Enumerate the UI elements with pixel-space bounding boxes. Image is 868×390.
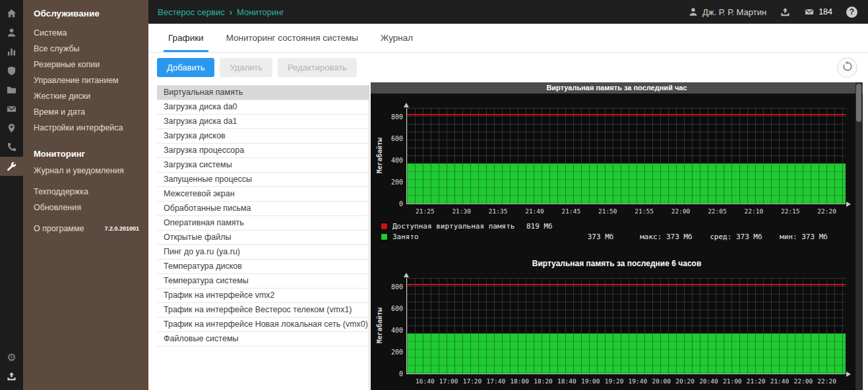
settings-gear-icon[interactable]: ⚙ bbox=[0, 348, 23, 367]
legend-values: 819 Мб bbox=[526, 222, 553, 231]
chart-title: Виртуальная память за последние 6 часов bbox=[371, 259, 863, 268]
graph-list-item[interactable]: Виртуальная память bbox=[157, 86, 369, 100]
mail-count: 184 bbox=[819, 7, 832, 16]
messages-button[interactable]: 184 bbox=[804, 7, 832, 16]
sidebar-item[interactable]: Журнал и уведомления bbox=[23, 163, 148, 179]
home-icon[interactable] bbox=[0, 4, 23, 23]
graph-list: Виртуальная памятьЗагрузка диска da0Загр… bbox=[157, 85, 369, 390]
delete-button[interactable]: Удалить bbox=[220, 58, 272, 77]
graph-list-item[interactable]: Пинг до ya.ru (ya.ru) bbox=[157, 245, 369, 260]
content: ГрафикиМониторинг состояния системыЖурна… bbox=[148, 24, 868, 390]
legend-swatch bbox=[381, 223, 388, 230]
reports-icon[interactable] bbox=[0, 42, 23, 61]
breadcrumb: Вестерос сервис › Мониторинг bbox=[158, 7, 284, 17]
sidebar-item-about[interactable]: О программе 7.2.0.201001 bbox=[23, 221, 148, 233]
graph-list-item[interactable]: Трафик на интерфейсе Новая локальная сет… bbox=[157, 318, 369, 332]
location-icon[interactable] bbox=[0, 119, 23, 138]
series-line-Доступная виртуальная память bbox=[407, 114, 846, 115]
body-row: Виртуальная памятьЗагрузка диска da0Загр… bbox=[148, 82, 868, 390]
sidebar-group-header: Мониторинг bbox=[23, 141, 148, 163]
y-axis-arrow-icon bbox=[404, 103, 409, 107]
x-axis-arrow-icon bbox=[846, 372, 851, 377]
app-root: ⚙ Обслуживание СистемаВсе службыРезервны… bbox=[0, 0, 868, 390]
graph-list-item[interactable]: Трафик на интерфейсе vmx2 bbox=[157, 289, 369, 303]
y-axis-arrow-icon bbox=[404, 273, 409, 277]
breadcrumb-root[interactable]: Вестерос сервис bbox=[158, 7, 225, 17]
about-label: О программе bbox=[34, 224, 84, 233]
tab-3[interactable]: Журнал bbox=[369, 24, 424, 52]
toolbar: Добавить Удалить Редактировать bbox=[148, 53, 868, 82]
graph-list-item[interactable]: Файловые системы bbox=[157, 332, 369, 347]
graph-list-item[interactable]: Загрузка диска da1 bbox=[157, 115, 369, 129]
series-line-Доступная виртуальная память bbox=[407, 284, 846, 285]
envelope-icon bbox=[804, 7, 815, 16]
user-menu[interactable]: Дж. Р. Р. Мартин bbox=[689, 7, 766, 17]
chart-title: Виртуальная память за последний час bbox=[371, 82, 863, 94]
plot-row: Мегабайты0200400600800 bbox=[371, 108, 863, 204]
sidebar-item[interactable]: Жесткие диски bbox=[23, 88, 148, 104]
graph-list-item[interactable]: Температура дисков bbox=[157, 260, 369, 274]
chart-2: Виртуальная память за последние 6 часовМ… bbox=[371, 259, 863, 390]
shield-icon[interactable] bbox=[0, 61, 23, 80]
help-button[interactable]: ? bbox=[846, 7, 857, 18]
sidebar-item[interactable]: Управление питанием bbox=[23, 72, 148, 88]
plot-area-wrap bbox=[406, 278, 846, 374]
plot-row: Мегабайты0200400600800 bbox=[371, 278, 863, 374]
legend-name: Доступная виртуальная память bbox=[392, 222, 522, 231]
graph-list-item[interactable]: Открытые файлы bbox=[157, 231, 369, 245]
sidebar-group: СистемаВсе службыРезервные копииУправлен… bbox=[23, 25, 148, 136]
graph-list-item[interactable]: Оперативная память bbox=[157, 216, 369, 231]
sidebar-item[interactable]: Обновления bbox=[23, 200, 148, 215]
tools-wrench-icon[interactable] bbox=[0, 157, 23, 176]
graph-list-item[interactable]: Запущенные процессы bbox=[157, 173, 369, 187]
phone-icon[interactable] bbox=[0, 138, 23, 157]
sidebar-item[interactable]: Система bbox=[23, 25, 148, 41]
chart-scrollbar-thumb[interactable] bbox=[856, 84, 861, 122]
chart-1: Виртуальная память за последний часМегаб… bbox=[371, 82, 863, 242]
chart-scrollbar[interactable] bbox=[855, 82, 862, 390]
breadcrumb-current: Мониторинг bbox=[237, 7, 284, 17]
users-icon[interactable] bbox=[0, 23, 23, 42]
user-name: Дж. Р. Р. Мартин bbox=[702, 7, 766, 17]
graph-list-item[interactable]: Трафик на интерфейсе Вестерос телеком (v… bbox=[157, 303, 369, 318]
add-button[interactable]: Добавить bbox=[157, 58, 214, 77]
graph-list-item[interactable]: Межсетевой экран bbox=[157, 187, 369, 202]
sidebar-group: МониторингЖурнал и уведомления bbox=[23, 141, 148, 179]
refresh-button[interactable] bbox=[837, 57, 857, 78]
upload-tray-icon[interactable] bbox=[0, 367, 23, 386]
graph-list-item[interactable]: Загрузка дисков bbox=[157, 129, 369, 144]
sidebar-item[interactable]: Резервные копии bbox=[23, 57, 148, 72]
y-axis-label: Мегабайты bbox=[375, 278, 384, 374]
sidebar-item[interactable]: Время и дата bbox=[23, 104, 148, 120]
mail-icon[interactable] bbox=[0, 99, 23, 119]
sidebar-groups: СистемаВсе службыРезервные копииУправлен… bbox=[23, 25, 148, 221]
plot-area bbox=[406, 108, 846, 204]
tab-1[interactable]: Графики bbox=[157, 24, 215, 52]
legend-row: Доступная виртуальная память819 Мб bbox=[381, 221, 863, 231]
icon-rail: ⚙ bbox=[0, 0, 23, 390]
main-area: Вестерос сервис › Мониторинг Дж. Р. Р. М… bbox=[148, 0, 868, 390]
sidebar-item[interactable]: Настройки интерфейса bbox=[23, 120, 148, 136]
folders-icon[interactable] bbox=[0, 80, 23, 99]
edit-button[interactable]: Редактировать bbox=[278, 58, 357, 77]
graph-list-item[interactable]: Загрузка диска da0 bbox=[157, 100, 369, 115]
chart-legend: Доступная виртуальная память819 МбЗанято… bbox=[381, 221, 863, 242]
x-axis-ticks: 16:4017:0017:2017:4018:0018:2018:4019:00… bbox=[406, 377, 846, 385]
tab-2[interactable]: Мониторинг состояния системы bbox=[215, 24, 369, 52]
user-icon bbox=[689, 7, 698, 16]
app-version: 7.2.0.201001 bbox=[104, 225, 139, 232]
graph-list-item[interactable]: Температура системы bbox=[157, 274, 369, 289]
legend-values: 373 Мб макс: 373 Мб сред: 373 Мб мин: 37… bbox=[526, 233, 828, 241]
sidebar-item[interactable]: Техподдержка bbox=[23, 184, 148, 200]
sidebar: Обслуживание СистемаВсе службыРезервные … bbox=[23, 0, 148, 390]
tab-bar: ГрафикиМониторинг состояния системыЖурна… bbox=[148, 24, 868, 53]
x-axis-ticks: 21:2521:3021:3521:4021:4521:5021:5522:00… bbox=[406, 208, 846, 215]
sidebar-item[interactable]: Все службы bbox=[23, 41, 148, 57]
graph-list-item[interactable]: Загрузка системы bbox=[157, 158, 369, 173]
graph-list-item[interactable]: Загрузка процессора bbox=[157, 144, 369, 158]
series-area-Занято bbox=[407, 163, 846, 204]
refresh-icon bbox=[842, 61, 853, 74]
graph-list-item[interactable]: Обработанные письма bbox=[157, 202, 369, 216]
upload-icon[interactable] bbox=[780, 7, 790, 17]
legend-swatch bbox=[381, 233, 388, 240]
